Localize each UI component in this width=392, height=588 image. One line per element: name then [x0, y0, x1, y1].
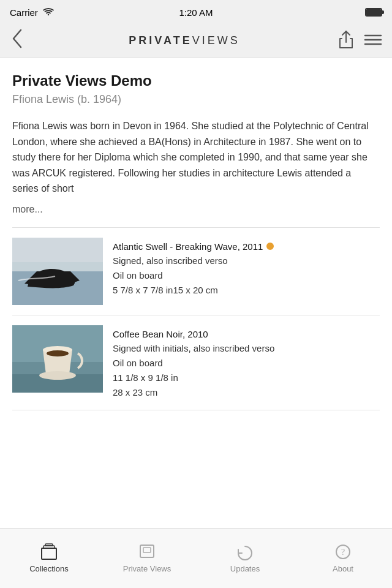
artwork-info-2: Coffee Bean Noir, 2010 Signed with initi…: [113, 325, 380, 401]
svg-rect-6: [140, 545, 154, 557]
svg-text:?: ?: [341, 548, 345, 557]
status-time: 1:20 AM: [179, 7, 213, 18]
private-views-icon: [137, 543, 157, 560]
share-button[interactable]: [337, 29, 355, 53]
artist-bio: Ffiona Lewis was born in Devon in 1964. …: [12, 118, 380, 197]
app-logo: PRIVATEVIEWS: [129, 34, 239, 47]
svg-rect-5: [45, 544, 53, 546]
nav-actions: [337, 29, 382, 53]
tab-bar: Collections Private Views Updates ? Abou…: [0, 528, 392, 588]
artwork-title-2: Coffee Bean Noir, 2010: [113, 328, 380, 342]
artwork-info-1: Atlantic Swell - Breaking Wave, 2011 Sig…: [113, 238, 380, 298]
artwork-list: Atlantic Swell - Breaking Wave, 2011 Sig…: [12, 227, 380, 411]
tab-collections[interactable]: Collections: [0, 529, 98, 588]
svg-rect-7: [143, 548, 151, 552]
artwork-detail-2: Signed with initials, also inscribed ver…: [113, 341, 380, 400]
svg-rect-3: [42, 548, 56, 559]
artwork-dot: [266, 243, 274, 250]
tab-private-views[interactable]: Private Views: [98, 529, 196, 588]
tab-collections-label: Collections: [29, 564, 69, 573]
artist-title: Private Views Demo: [12, 72, 380, 89]
artwork-thumbnail-1: [12, 238, 103, 305]
artwork-item[interactable]: Coffee Bean Noir, 2010 Signed with initi…: [12, 315, 380, 411]
collections-icon: [39, 543, 59, 560]
about-icon: ?: [333, 543, 353, 560]
tab-about[interactable]: ? About: [294, 529, 392, 588]
updates-icon: [235, 543, 255, 560]
artwork-item[interactable]: Atlantic Swell - Breaking Wave, 2011 Sig…: [12, 228, 380, 315]
battery-icon: [365, 8, 382, 17]
wifi-icon: [43, 8, 54, 17]
artist-subtitle: Ffiona Lewis (b. 1964): [12, 93, 380, 106]
artwork-detail-1: Signed, also inscribed verso Oil on boar…: [113, 254, 380, 298]
menu-button[interactable]: [364, 33, 382, 49]
tab-about-label: About: [333, 564, 353, 573]
back-button[interactable]: [10, 28, 32, 54]
tab-private-views-label: Private Views: [123, 564, 172, 573]
tab-updates[interactable]: Updates: [196, 529, 294, 588]
artwork-title-1: Atlantic Swell - Breaking Wave, 2011: [113, 240, 380, 254]
tab-updates-label: Updates: [230, 564, 260, 573]
status-bar: Carrier 1:20 AM: [0, 0, 392, 24]
more-link[interactable]: more...: [12, 204, 380, 215]
status-battery: [365, 8, 382, 17]
nav-bar: PRIVATEVIEWS: [0, 24, 392, 58]
status-carrier: Carrier: [10, 7, 54, 18]
content-area: Private Views Demo Ffiona Lewis (b. 1964…: [0, 58, 392, 528]
artwork-thumbnail-2: [12, 325, 103, 393]
